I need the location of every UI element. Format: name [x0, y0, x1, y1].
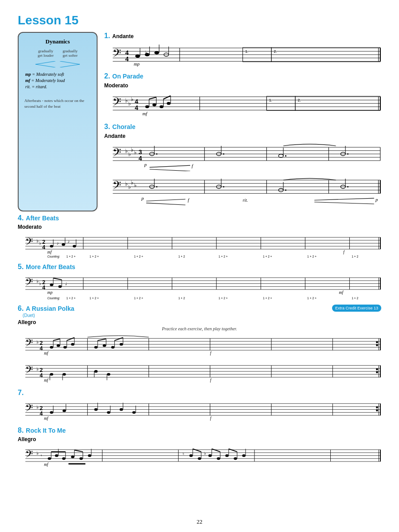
svg-text:f: f — [188, 197, 190, 202]
svg-text:𝄢: 𝄢 — [25, 403, 33, 416]
crescendo-label: graduallyget louder — [38, 49, 54, 58]
svg-text:1  +  2  +: 1 + 2 + — [90, 255, 99, 258]
svg-text:1  +  2: 1 + 2 — [178, 255, 185, 258]
exercise-2-header: 2. On Parade — [104, 72, 381, 80]
svg-text:♭: ♭ — [125, 97, 128, 104]
exercise-8-number: 8. — [18, 426, 23, 434]
svg-point-57 — [167, 102, 171, 105]
svg-text:mf: mf — [44, 351, 49, 356]
dynamics-row: graduallyget louder graduallyget softer — [23, 49, 92, 58]
svg-text:♭: ♭ — [36, 238, 39, 243]
exercise-6-tempo: Allegro — [18, 319, 36, 325]
full-width-section: 4. After Beats Moderato 𝄢 ♭ ♭ — [18, 214, 381, 471]
svg-line-342 — [212, 449, 220, 452]
svg-text:1  +  2  +: 1 + 2 + — [307, 255, 317, 258]
exercise-6-svg-2: 𝄢 ♭ 2 4 mf f — [18, 359, 381, 384]
exercise-3: 3. Chorale Andante 𝄢 — [104, 123, 381, 208]
svg-text:4: 4 — [42, 285, 45, 291]
svg-point-112 — [223, 186, 224, 187]
svg-text:f: f — [210, 379, 212, 383]
svg-text:2.: 2. — [297, 98, 301, 102]
svg-text:♭: ♭ — [131, 179, 133, 186]
exercise-8: 8. Rock It To Me Allegro 𝄢 ♭ mf — [18, 426, 381, 471]
svg-text:p: p — [144, 162, 147, 167]
svg-text:𝄢: 𝄢 — [25, 236, 33, 250]
exercise-5-number: 5. — [18, 263, 23, 271]
exercise-2-tempo-line: Moderato — [104, 81, 381, 89]
svg-point-328 — [88, 454, 91, 457]
exercise-6-staff-2: 𝄢 ♭ 2 4 mf f — [18, 359, 381, 386]
svg-text:mf: mf — [44, 379, 49, 383]
exercise-1-number: 1. — [104, 32, 110, 40]
exercise-4-svg: 𝄢 ♭ ♭ 2 4 mf — [18, 231, 381, 258]
exercise-3-name: Chorale — [112, 123, 135, 130]
svg-line-106 — [146, 199, 185, 201]
hairpin-row — [23, 61, 92, 67]
svg-text:♭: ♭ — [36, 278, 39, 284]
svg-text:mf: mf — [47, 250, 52, 255]
svg-point-238 — [120, 343, 123, 346]
svg-text:𝄢: 𝄢 — [25, 449, 33, 462]
svg-text:♭: ♭ — [128, 100, 131, 107]
exercise-2-staff: 𝄢 ♭ ♭ ♭ 4 4 1. — [104, 90, 381, 119]
svg-point-320 — [62, 457, 66, 460]
exercise-4-tempo: Moderato — [18, 224, 42, 230]
svg-line-225 — [53, 339, 60, 340]
svg-point-186 — [50, 284, 54, 286]
svg-line-123 — [314, 202, 374, 204]
svg-text:𝄢: 𝄢 — [113, 96, 121, 111]
svg-line-230 — [67, 337, 74, 340]
exercise-8-name: Rock It To Me — [26, 427, 66, 434]
lesson-title: Lesson 15 — [18, 13, 381, 27]
svg-point-226 — [63, 346, 67, 348]
svg-point-233 — [103, 344, 106, 347]
svg-text:p: p — [141, 196, 144, 201]
svg-point-104 — [156, 186, 157, 187]
exercise-1-tempo: Andante — [112, 33, 133, 39]
exercise-3-svg-1: 𝄢 ♭ ♭ ♭ ♭ 3 4 p — [104, 140, 381, 171]
svg-text:𝄢: 𝄢 — [113, 179, 121, 194]
svg-point-332 — [189, 454, 193, 457]
exercise-1-staff: 𝄢 4 4 1. 2. — [104, 41, 381, 69]
afterbeat-definition: Afterbeats - notes which occur on the se… — [23, 98, 92, 109]
svg-point-52 — [153, 104, 156, 106]
svg-text:mf: mf — [44, 417, 49, 421]
decrescendo-label: graduallyget softer — [63, 49, 78, 58]
svg-text:♭: ♭ — [36, 339, 39, 344]
svg-point-340 — [217, 457, 220, 460]
exercise-7-header: 7. — [18, 389, 381, 397]
svg-text:4: 4 — [40, 372, 43, 379]
svg-point-323 — [71, 455, 74, 458]
svg-point-82 — [223, 153, 224, 154]
svg-line-2 — [60, 61, 80, 64]
svg-text:♩: ♩ — [65, 282, 67, 286]
svg-text:1  +  2  +: 1 + 2 + — [263, 297, 272, 300]
svg-text:1  +  2  +: 1 + 2 + — [219, 297, 228, 300]
exercise-6-header-left: 6. A Russian Polka (Duet) Allegro — [18, 305, 74, 326]
svg-text:♭: ♭ — [134, 149, 137, 156]
svg-text:♭: ♭ — [36, 450, 39, 455]
exercise-1-header: 1. Andante — [104, 32, 381, 40]
exercise-8-staff: 𝄢 ♭ mf 𝄾 — [18, 443, 381, 471]
svg-text:1  +  2  +: 1 + 2 + — [219, 255, 228, 258]
svg-point-318 — [55, 454, 59, 457]
exercise-6-staff-1: 𝄢 ♭ 2 4 mf — [18, 332, 381, 359]
exercise-2-tempo: Moderato — [104, 82, 128, 89]
mp-definition: mp = Moderately soft — [23, 72, 92, 77]
svg-point-25 — [154, 51, 159, 55]
svg-point-299 — [132, 411, 136, 414]
exercise-4-tempo-line: Moderato — [18, 223, 381, 231]
svg-text:𝄢: 𝄢 — [25, 277, 33, 290]
svg-point-218 — [376, 341, 378, 344]
svg-point-148 — [50, 245, 54, 248]
exercise-3-number: 3. — [104, 123, 110, 131]
svg-text:♮: ♮ — [183, 451, 184, 456]
svg-point-343 — [225, 454, 229, 457]
svg-text:f: f — [343, 250, 345, 255]
svg-line-0 — [35, 61, 55, 64]
svg-point-263 — [63, 373, 66, 376]
svg-point-259 — [376, 371, 378, 373]
svg-text:♭: ♭ — [128, 150, 131, 157]
svg-text:1  +  2  +: 1 + 2 + — [90, 297, 99, 300]
svg-point-221 — [50, 346, 54, 348]
